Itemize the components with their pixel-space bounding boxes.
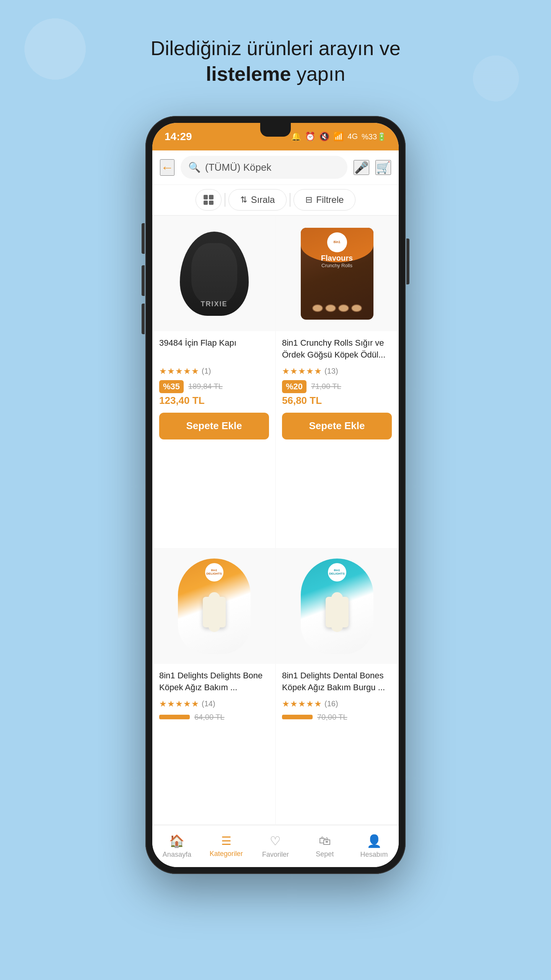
add-to-cart-crunchy[interactable]: Sepete Ekle bbox=[282, 413, 392, 439]
bottom-nav: 🏠 Anasayfa ☰ Kategoriler ♡ Favoriler 🛍 S… bbox=[152, 825, 399, 867]
original-price-delights-dental: 70,00 TL bbox=[317, 713, 347, 722]
flavours-title: Flavours bbox=[321, 254, 353, 263]
nav-item-kategoriler[interactable]: ☰ Kategoriler bbox=[202, 834, 251, 858]
reviews-delights-dental: (16) bbox=[324, 699, 338, 708]
stars-row-delights-bone: ★★★★★ (14) bbox=[159, 699, 269, 709]
flavours-brand-badge: 8in1 bbox=[327, 232, 347, 252]
search-query: (TÜMÜ) Köpek bbox=[205, 162, 340, 173]
product-info-delights-bone: 8in1 Delights Delights Bone Köpek Ağız B… bbox=[153, 664, 275, 722]
grid-toggle-button[interactable] bbox=[196, 189, 222, 211]
delights-teal-badge: 8in1DELIGHTS bbox=[328, 563, 346, 581]
product-info-crunchy: 8in1 Crunchy Rolls Sığır ve Ördek Göğsü … bbox=[276, 331, 398, 407]
discount-badge-trixie: %35 bbox=[159, 380, 184, 393]
filter-button[interactable]: ⊟ Filtrele bbox=[293, 189, 355, 211]
user-icon: 👤 bbox=[367, 834, 382, 848]
original-price-delights-bone: 64,00 TL bbox=[194, 713, 225, 722]
price-row-crunchy: %20 71,00 TL bbox=[282, 380, 392, 393]
products-grid: TRIXIE 39484 İçin Flap Kapı ★★★★★ (1) %3… bbox=[152, 216, 399, 825]
roll-3 bbox=[338, 304, 349, 312]
sort-icon: ⇅ bbox=[240, 195, 247, 205]
nav-label-hesabim: Hesabım bbox=[360, 851, 388, 859]
discount-badge-crunchy: %20 bbox=[282, 380, 306, 393]
product-name-delights-bone: 8in1 Delights Delights Bone Köpek Ağız B… bbox=[159, 670, 269, 695]
sale-price-crunchy: 56,80 TL bbox=[282, 393, 392, 407]
original-price-crunchy: 71,00 TL bbox=[311, 382, 341, 391]
notification-icon: 🔔 bbox=[291, 132, 301, 142]
delights-orange-badge: 8in1DELIGHTS bbox=[205, 563, 223, 581]
stars-delights-bone: ★★★★★ bbox=[159, 699, 199, 709]
discount-bar-delights-bone bbox=[159, 715, 190, 719]
nav-item-hesabim[interactable]: 👤 Hesabım bbox=[349, 834, 399, 859]
reviews-trixie: (1) bbox=[202, 367, 211, 376]
search-input-wrap[interactable]: 🔍 (TÜMÜ) Köpek bbox=[181, 156, 347, 179]
search-icon: 🔍 bbox=[188, 162, 201, 173]
title-rest: yapın bbox=[291, 63, 345, 85]
delights-orange-image: 8in1DELIGHTS bbox=[178, 559, 251, 654]
product-image-delights-dental: 8in1DELIGHTS bbox=[276, 549, 398, 664]
status-bar: 14:29 🔔 ⏰ 🔇 📶 4G %33🔋 bbox=[152, 123, 399, 150]
add-to-cart-trixie[interactable]: Sepete Ekle bbox=[159, 413, 269, 439]
price-row-delights-dental: 70,00 TL bbox=[282, 713, 392, 722]
mic-button[interactable]: 🎤 bbox=[354, 160, 369, 175]
bone-shape-2 bbox=[326, 597, 349, 627]
stars-trixie: ★★★★★ bbox=[159, 366, 199, 376]
product-image-trixie: TRIXIE bbox=[153, 216, 275, 331]
nav-label-kategoriler: Kategoriler bbox=[210, 850, 243, 858]
alarm-icon: ⏰ bbox=[305, 132, 315, 142]
flavours-image: 8in1 Flavours Crunchy Rolls bbox=[301, 228, 373, 320]
sale-price-trixie: 123,40 TL bbox=[159, 393, 269, 407]
stars-row-trixie: ★★★★★ (1) bbox=[159, 366, 269, 376]
title-line1: Dilediğiniz ürünleri arayın ve bbox=[150, 34, 400, 62]
mute-icon: 🔇 bbox=[319, 132, 329, 142]
divider-2 bbox=[290, 193, 290, 207]
sort-button[interactable]: ⇅ Sırala bbox=[228, 189, 287, 211]
wifi-icon: 📶 bbox=[333, 132, 344, 142]
grid-icon bbox=[204, 195, 214, 205]
filter-label: Filtrele bbox=[316, 194, 344, 205]
trixie-flap-image: TRIXIE bbox=[180, 232, 249, 316]
categories-icon: ☰ bbox=[221, 834, 231, 848]
nav-item-favoriler[interactable]: ♡ Favoriler bbox=[251, 834, 300, 859]
signal-text: 4G bbox=[347, 132, 358, 141]
page-title-block: Dilediğiniz ürünleri arayın ve listeleme… bbox=[135, 34, 416, 85]
title-line2: listeleme yapın bbox=[150, 62, 400, 85]
nav-item-sepet[interactable]: 🛍 Sepet bbox=[300, 834, 349, 858]
product-info-trixie: 39484 İçin Flap Kapı ★★★★★ (1) %35 189,8… bbox=[153, 331, 275, 407]
back-button[interactable]: ← bbox=[160, 159, 174, 176]
nav-label-favoriler: Favoriler bbox=[262, 851, 289, 859]
stars-delights-dental: ★★★★★ bbox=[282, 699, 322, 709]
stars-crunchy: ★★★★★ bbox=[282, 366, 322, 376]
cart-button[interactable]: 🛒 bbox=[375, 160, 391, 175]
stars-row-delights-dental: ★★★★★ (16) bbox=[282, 699, 392, 709]
nav-label-anasayfa: Anasayfa bbox=[163, 851, 191, 859]
phone-screen: 14:29 🔔 ⏰ 🔇 📶 4G %33🔋 ← 🔍 (TÜMÜ) Köpek 🎤… bbox=[152, 123, 399, 867]
sort-filter-bar: ⇅ Sırala ⊟ Filtrele bbox=[152, 185, 399, 216]
nav-label-sepet: Sepet bbox=[316, 850, 334, 858]
phone-frame: 14:29 🔔 ⏰ 🔇 📶 4G %33🔋 ← 🔍 (TÜMÜ) Köpek 🎤… bbox=[145, 116, 406, 874]
flavours-rolls-container bbox=[312, 304, 362, 312]
product-info-delights-dental: 8in1 Delights Dental Bones Köpek Ağız Ba… bbox=[276, 664, 398, 722]
bag-icon: 🛍 bbox=[319, 834, 331, 848]
discount-bar-delights-dental bbox=[282, 715, 313, 719]
product-image-crunchy: 8in1 Flavours Crunchy Rolls bbox=[276, 216, 398, 331]
roll-4 bbox=[351, 304, 362, 312]
product-name-delights-dental: 8in1 Delights Dental Bones Köpek Ağız Ba… bbox=[282, 670, 392, 695]
flavours-subtitle: Crunchy Rolls bbox=[321, 263, 352, 268]
search-bar: ← 🔍 (TÜMÜ) Köpek 🎤 🛒 bbox=[152, 150, 399, 185]
bone-shape-1 bbox=[203, 597, 226, 627]
trixie-brand-label: TRIXIE bbox=[201, 300, 227, 308]
reviews-crunchy: (13) bbox=[324, 367, 338, 376]
nav-item-anasayfa[interactable]: 🏠 Anasayfa bbox=[152, 834, 202, 859]
product-card-delights-bone[interactable]: 8in1DELIGHTS 8in1 Delights Delights Bone… bbox=[153, 549, 275, 824]
divider-1 bbox=[225, 193, 225, 207]
status-icons: 🔔 ⏰ 🔇 📶 4G %33🔋 bbox=[291, 132, 386, 142]
reviews-delights-bone: (14) bbox=[202, 699, 215, 708]
home-icon: 🏠 bbox=[169, 834, 184, 848]
product-name-trixie: 39484 İçin Flap Kapı bbox=[159, 337, 269, 363]
product-card-trixie[interactable]: TRIXIE 39484 İçin Flap Kapı ★★★★★ (1) %3… bbox=[153, 216, 275, 548]
sort-label: Sırala bbox=[251, 194, 275, 205]
product-card-crunchy[interactable]: 8in1 Flavours Crunchy Rolls 8in1 Crunchy… bbox=[276, 216, 398, 548]
product-card-delights-dental[interactable]: 8in1DELIGHTS 8in1 Delights Dental Bones … bbox=[276, 549, 398, 824]
product-image-delights-bone: 8in1DELIGHTS bbox=[153, 549, 275, 664]
product-name-crunchy: 8in1 Crunchy Rolls Sığır ve Ördek Göğsü … bbox=[282, 337, 392, 363]
